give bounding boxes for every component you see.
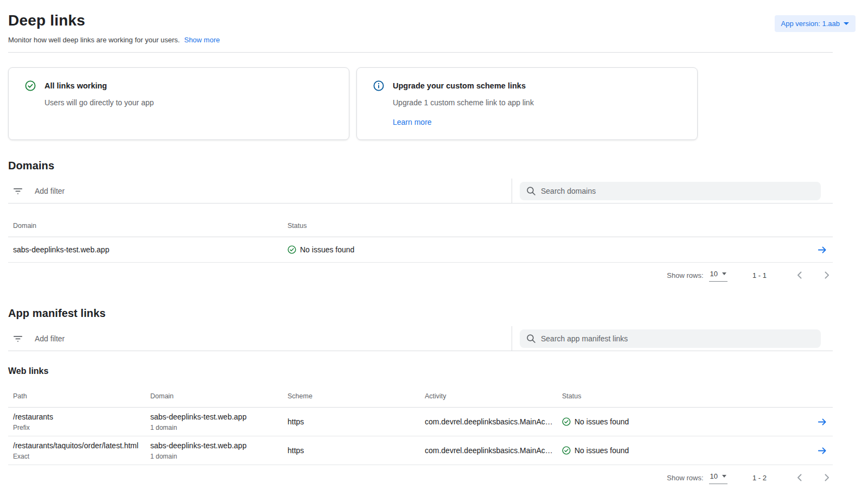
path-cell: /restaurants Prefix [13, 412, 150, 431]
card-body: Upgrade 1 custom scheme link to app link [393, 98, 534, 107]
search-icon [526, 186, 535, 195]
web-links-pagination: Show rows: 10 1 - 2 [8, 465, 833, 490]
domains-pagination: Show rows: 10 1 - 1 [8, 263, 833, 288]
scheme-cell: https [288, 417, 425, 426]
info-icon [373, 78, 384, 139]
activity-cell: com.devrel.deeplinksbasics.MainActiv… [425, 446, 562, 455]
activity-cell: com.devrel.deeplinksbasics.MainActiv… [425, 417, 562, 426]
status-cell: No issues found [288, 245, 805, 254]
domain-cell: sabs-deeplinks-test.web.app 1 domain [150, 441, 288, 460]
chevron-down-icon [722, 475, 726, 478]
rows-per-page-select[interactable]: 10 [709, 471, 727, 484]
manifest-search-area [512, 326, 833, 351]
deep-links-page: Deep links Monitor how well deep links a… [0, 0, 868, 490]
domain-count: 1 domain [150, 424, 280, 431]
show-rows-label: Show rows: [667, 271, 703, 279]
column-header-scheme: Scheme [288, 392, 425, 400]
web-links-table-header: Path Domain Scheme Activity Status [8, 376, 833, 408]
domains-heading: Domains [8, 160, 833, 172]
scheme-cell: https [288, 446, 425, 455]
check-circle-icon [562, 446, 571, 455]
app-version-button[interactable]: App version: 1.aab [775, 15, 856, 32]
subtitle-text: Monitor how well deep links are working … [8, 36, 180, 44]
chevron-left-icon [795, 270, 806, 281]
arrow-right-icon [817, 245, 827, 255]
add-filter-label: Add filter [35, 187, 65, 195]
arrow-right-icon [817, 446, 827, 456]
column-header-path: Path [13, 392, 150, 400]
status-text: No issues found [575, 417, 629, 426]
status-text: No issues found [300, 245, 354, 254]
all-links-working-card: All links working Users will go directly… [8, 67, 349, 140]
open-row-arrow-button[interactable] [816, 444, 828, 457]
show-rows-label: Show rows: [667, 474, 703, 482]
status-cell: No issues found [562, 417, 805, 426]
rows-per-page-value: 10 [710, 472, 718, 480]
path-type: Exact [13, 453, 143, 460]
domains-search-input[interactable] [541, 187, 814, 195]
filter-icon [13, 334, 23, 344]
upgrade-scheme-links-card: Upgrade your custom scheme links Upgrade… [356, 67, 698, 140]
open-row-arrow-button[interactable] [816, 244, 828, 256]
chevron-left-icon [795, 472, 806, 483]
open-row-arrow-button[interactable] [816, 416, 828, 428]
previous-page-button[interactable] [795, 270, 806, 281]
chevron-down-icon [844, 22, 849, 25]
column-header-domain: Domain [150, 392, 288, 400]
arrow-right-icon [817, 417, 827, 427]
check-circle-icon [288, 245, 296, 254]
filter-icon [13, 186, 23, 196]
add-filter-label: Add filter [35, 334, 65, 343]
previous-page-button[interactable] [795, 472, 806, 483]
domains-filter-bar: Add filter [8, 179, 833, 204]
chevron-right-icon [822, 270, 833, 281]
card-title: All links working [44, 78, 154, 90]
learn-more-link[interactable]: Learn more [393, 118, 432, 126]
page-range: 1 - 2 [752, 474, 767, 482]
column-header-domain: Domain [13, 222, 288, 230]
web-link-table-row[interactable]: /restaurants/taquitos/order/latest.html … [8, 436, 833, 465]
status-text: No issues found [575, 446, 629, 455]
rows-per-page-select[interactable]: 10 [709, 269, 727, 282]
show-more-link[interactable]: Show more [184, 36, 220, 44]
domain-cell: sabs-deeplinks-test.web.app 1 domain [150, 412, 288, 431]
card-title: Upgrade your custom scheme links [393, 78, 534, 90]
check-circle-icon [25, 78, 36, 139]
web-link-table-row[interactable]: /restaurants Prefix sabs-deeplinks-test.… [8, 408, 833, 436]
path-cell: /restaurants/taquitos/order/latest.html … [13, 441, 150, 460]
domains-search-area [512, 179, 833, 203]
page-subtitle: Monitor how well deep links are working … [8, 36, 833, 44]
chevron-down-icon [722, 272, 726, 275]
manifest-add-filter-button[interactable]: Add filter [8, 326, 512, 351]
column-header-status: Status [288, 222, 805, 230]
chevron-right-icon [822, 472, 833, 483]
app-version-label: App version: 1.aab [781, 20, 840, 28]
web-links-heading: Web links [8, 366, 833, 376]
manifest-search-box [520, 329, 821, 348]
column-header-status: Status [562, 392, 805, 400]
rows-per-page-value: 10 [710, 270, 718, 278]
card-body: Users will go directly to your app [44, 98, 154, 107]
domain-count: 1 domain [150, 453, 280, 460]
manifest-filter-bar: Add filter [8, 326, 833, 351]
status-cards: All links working Users will go directly… [8, 67, 833, 140]
header-divider [8, 52, 833, 53]
check-circle-icon [562, 417, 571, 426]
path-type: Prefix [13, 424, 143, 431]
app-manifest-heading: App manifest links [8, 307, 833, 320]
domains-table-header: Domain Status [8, 204, 833, 237]
next-page-button[interactable] [822, 472, 833, 483]
domain-cell: sabs-deeplinks-test.web.app [13, 245, 288, 254]
search-icon [526, 334, 535, 343]
page-range: 1 - 1 [752, 271, 767, 279]
domains-search-box [520, 182, 821, 200]
next-page-button[interactable] [822, 270, 833, 281]
status-cell: No issues found [562, 446, 805, 455]
manifest-search-input[interactable] [541, 334, 814, 343]
page-header: Deep links Monitor how well deep links a… [8, 12, 833, 44]
domain-table-row[interactable]: sabs-deeplinks-test.web.app No issues fo… [8, 237, 833, 263]
page-title: Deep links [8, 12, 833, 29]
column-header-activity: Activity [425, 392, 562, 400]
domains-add-filter-button[interactable]: Add filter [8, 179, 512, 203]
